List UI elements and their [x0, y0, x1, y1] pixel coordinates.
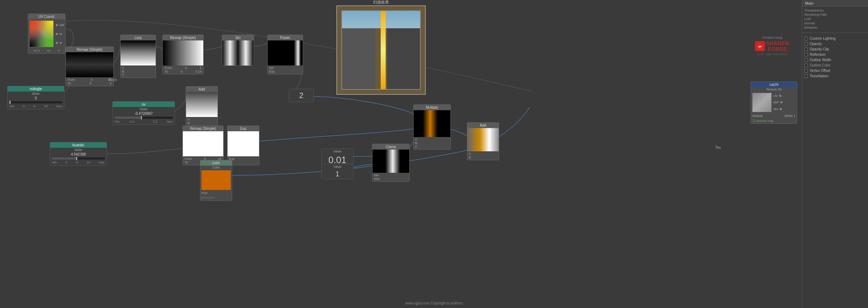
uv-dot	[56, 24, 58, 26]
caizhi-mip-dot	[780, 101, 782, 103]
vertex-offset-checkbox[interactable]	[804, 69, 808, 73]
outline-width-checkbox[interactable]	[804, 58, 808, 62]
outline-color-checkbox[interactable]	[804, 64, 808, 67]
remap-simple-1-node[interactable]: Remap (Simple) From090 To01	[65, 47, 114, 86]
v-dot	[56, 42, 58, 44]
remap-simple-3-header: Remap (Simple)	[183, 126, 223, 131]
color-preview	[201, 170, 231, 190]
exp-node[interactable]: Exp Exp f	[227, 126, 259, 165]
add-1-node[interactable]: Add A B	[186, 86, 218, 126]
u-dot	[56, 33, 58, 35]
caizhi-uv-dot	[779, 95, 781, 97]
preview-ground-left	[341, 28, 375, 90]
uv-coord-header: UV Coord.	[28, 14, 65, 19]
caizhi-node[interactable]: caizhi Texture 2D UV MIP Tex Default Whi…	[751, 82, 797, 124]
caizhi-tex-dot	[780, 108, 782, 110]
uv-port-uv[interactable]: UV	[55, 23, 64, 27]
uv-slider-track[interactable]	[114, 117, 173, 119]
remap-simple-3-node[interactable]: Remap (Simple) From010 To101	[182, 126, 224, 165]
add-right-preview	[467, 128, 499, 151]
kuandu-label: kuandu	[50, 142, 107, 148]
kuandu-sub: Slider	[50, 148, 107, 152]
sin-preview	[222, 40, 254, 65]
remap-simple-1-header: Remap (Simple)	[66, 47, 113, 52]
sf-logo: Created using SF SHADER FORGE v1.37 - ht…	[755, 36, 789, 56]
uv-slider-label: uv	[113, 102, 175, 107]
custom-lighting-item[interactable]: Custom Lighting	[804, 36, 866, 41]
mangle-track[interactable]	[9, 101, 62, 103]
clamp-preview	[372, 150, 409, 173]
outline-color-item[interactable]: Outline Color	[804, 63, 866, 68]
uv-port-v[interactable]: V	[55, 41, 64, 45]
exp-preview	[228, 131, 259, 156]
value-2-node[interactable]: 2	[289, 89, 314, 102]
add-1-preview	[186, 92, 218, 117]
multiply-preview	[414, 110, 450, 137]
value-1-node[interactable]: Value 1	[321, 164, 353, 179]
right-panel-checkboxes: Custom Lighting Opacity Opacity Clip Ref…	[802, 34, 868, 80]
exp-header: Exp	[228, 126, 259, 131]
add-right-header: Add	[467, 123, 499, 128]
remap-simple-2-node[interactable]: Remap (Simple) From01 To03.14	[162, 35, 204, 74]
add-right-node[interactable]: Add A B	[467, 122, 499, 160]
uv-slider-sub: Slider	[113, 107, 175, 111]
reflection-item[interactable]: Reflection	[804, 52, 866, 57]
uv-coord-node[interactable]: UV Coord. UV U V Uv 0 Uv F	[28, 14, 65, 54]
power-header: Power	[268, 35, 303, 40]
custom-lighting-checkbox[interactable]	[804, 37, 808, 40]
tessellation-checkbox[interactable]	[804, 74, 808, 78]
opacity-clip-item[interactable]: Opacity Clip	[804, 47, 866, 52]
sin-node[interactable]: Sin	[222, 35, 254, 66]
lerp-node[interactable]: Lerp A B T	[120, 35, 156, 78]
svg-text:SF: SF	[758, 45, 762, 48]
add-1-header: Add	[186, 87, 218, 92]
caizhi-preview	[752, 93, 772, 112]
kuandu-slider-node[interactable]: kuandu Slider 4.542398 Min 0 m 10 Max	[50, 142, 107, 166]
kuandu-track[interactable]	[52, 157, 105, 160]
mangle-value: 0	[8, 96, 64, 101]
remap-simple-3-preview	[183, 131, 223, 156]
mangle-label: mAngle	[8, 86, 64, 92]
color-node[interactable]: color Color RGB 0.5 0.2 0 1	[200, 160, 232, 201]
watermark: www.cgjoy.com Copyright to authors	[405, 301, 463, 305]
multiply-header: Multiply	[414, 105, 450, 110]
reflection-checkbox[interactable]	[804, 53, 808, 57]
vertex-offset-item[interactable]: Vertex Offset	[804, 68, 866, 73]
remap-simple-2-preview	[163, 40, 203, 65]
uv-slider-value: -0.4720987	[113, 111, 175, 116]
mangle-sub: Slider	[8, 92, 64, 96]
color-header: color	[200, 160, 232, 166]
power-preview	[268, 40, 303, 65]
uv-slider-node[interactable]: uv Slider -0.4720987 Min -3.2 3.2 Max	[112, 101, 175, 125]
mangle-thumb[interactable]	[9, 101, 11, 104]
uv-slider-thumb[interactable]	[141, 116, 142, 119]
scan-line	[381, 10, 386, 90]
remap-simple-1-preview	[66, 52, 113, 77]
clamp-node[interactable]: Clamp Min Max	[372, 144, 410, 182]
power-node[interactable]: Power Val Exp	[267, 35, 303, 74]
right-panel: Main Transparency Rendering Path LOD Nor…	[802, 0, 868, 308]
remap-simple-2-header: Remap (Simple)	[163, 35, 203, 40]
tessellation-item[interactable]: Tessellation	[804, 73, 866, 79]
mangle-slider-node[interactable]: mAngle Slider 0 Min 0 m 90 Max	[7, 86, 64, 109]
sin-header: Sin	[222, 35, 254, 40]
opacity-checkbox[interactable]	[804, 42, 808, 46]
panel-divider	[802, 33, 868, 33]
uv-port-u[interactable]: U	[55, 32, 64, 36]
multiply-node[interactable]: Multiply A B C	[413, 104, 451, 150]
uv-slider-fill	[114, 117, 141, 119]
caizhi-header: caizhi	[751, 82, 797, 87]
preview-title: 扫描效果	[373, 0, 389, 5]
opacity-clip-checkbox[interactable]	[804, 48, 808, 51]
kuandu-fill	[52, 157, 76, 160]
lerp-preview	[121, 40, 156, 65]
outline-width-item[interactable]: Outline Width	[804, 57, 866, 63]
kuandu-thumb[interactable]	[76, 157, 77, 160]
uv-coord-preview	[29, 20, 54, 47]
opacity-item[interactable]: Opacity	[804, 41, 866, 47]
sf-logo-icon: SF	[755, 41, 765, 51]
tex-label: Tex	[715, 146, 721, 150]
sf-icon-svg: SF	[756, 43, 764, 50]
from-label: From	[109, 78, 117, 82]
preview-ground-right	[387, 28, 421, 90]
